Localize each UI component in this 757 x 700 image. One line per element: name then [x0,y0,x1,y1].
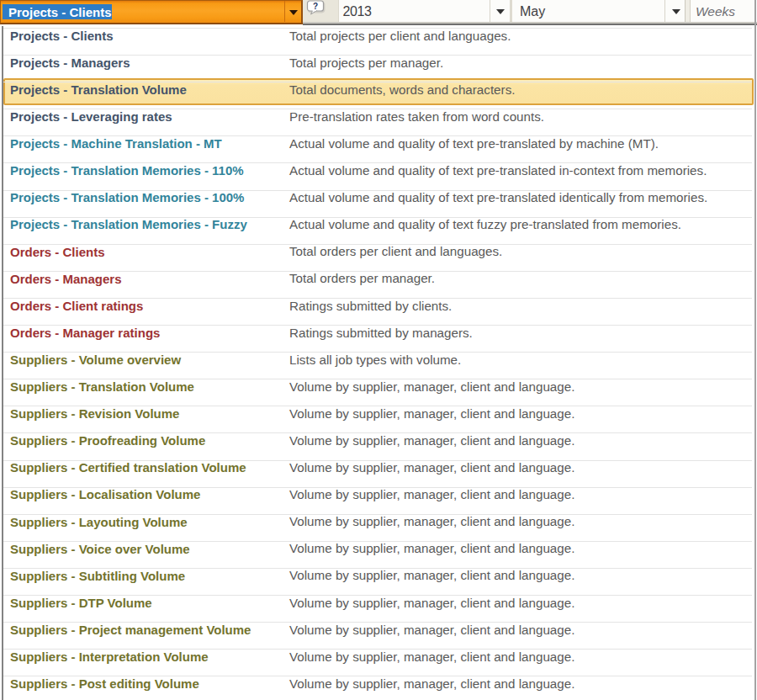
svg-text:?: ? [313,2,318,11]
